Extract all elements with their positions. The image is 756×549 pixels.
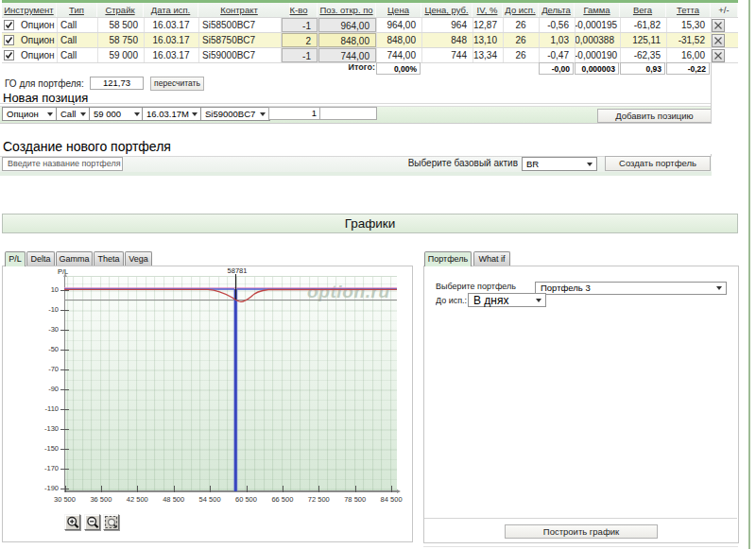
svg-text:option.ru: option.ru xyxy=(307,282,390,301)
